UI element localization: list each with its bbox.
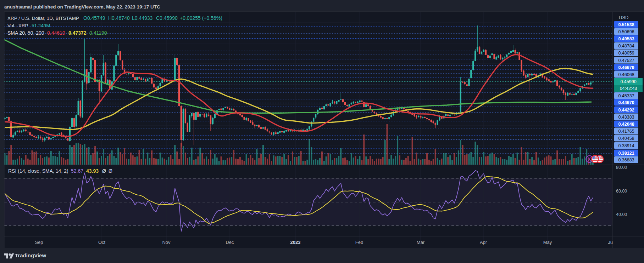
svg-text:+0.00255 (+0.56%): +0.00255 (+0.56%) <box>180 15 222 21</box>
svg-text:2023: 2023 <box>290 240 301 245</box>
svg-text:C0.45990: C0.45990 <box>156 15 178 21</box>
svg-text:Sep: Sep <box>35 240 43 245</box>
svg-text:Dec: Dec <box>226 240 234 245</box>
svg-text:0.45990: 0.45990 <box>620 79 636 84</box>
svg-text:51.249M: 51.249M <box>32 23 50 28</box>
svg-text:O0.45749: O0.45749 <box>83 15 105 21</box>
svg-text:0.38914: 0.38914 <box>618 143 634 148</box>
svg-text:0.51538: 0.51538 <box>618 22 634 27</box>
svg-text:H0.46740: H0.46740 <box>108 15 130 21</box>
svg-text:0.47527: 0.47527 <box>618 58 634 63</box>
svg-text:0.44610: 0.44610 <box>47 30 65 36</box>
svg-text:Ø: Ø <box>102 168 106 174</box>
svg-text:Nov: Nov <box>162 240 171 245</box>
svg-text:52.67: 52.67 <box>71 168 83 174</box>
svg-text:80.00: 80.00 <box>616 165 627 170</box>
svg-text:XRP / U.S. Dollar, 1D, BITSTAM: XRP / U.S. Dollar, 1D, BITSTAMP <box>7 16 79 21</box>
svg-text:0.48784: 0.48784 <box>618 44 634 48</box>
svg-text:SMA 20, 50, 200: SMA 20, 50, 200 <box>7 30 44 36</box>
svg-text:43.93: 43.93 <box>86 168 99 174</box>
svg-text:0.47372: 0.47372 <box>68 30 87 36</box>
svg-text:May: May <box>543 240 552 245</box>
svg-text:0.49583: 0.49583 <box>618 36 634 41</box>
svg-text:Vol · XRP: Vol · XRP <box>7 23 28 28</box>
svg-text:0.46679: 0.46679 <box>618 65 634 70</box>
svg-text:TradingView: TradingView <box>15 252 46 258</box>
svg-text:0.40458: 0.40458 <box>618 136 634 141</box>
svg-text:anushsamal published on Tradin: anushsamal published on TradingView.com,… <box>4 4 160 10</box>
svg-text:0.36883: 0.36883 <box>618 158 634 162</box>
svg-text:0.50696: 0.50696 <box>618 29 634 34</box>
svg-text:0.43383: 0.43383 <box>618 115 634 120</box>
svg-text:RSI (14, close, SMA, 14, 2): RSI (14, close, SMA, 14, 2) <box>8 168 68 174</box>
svg-text:0.44670: 0.44670 <box>618 100 634 105</box>
svg-text:60.00: 60.00 <box>616 189 627 194</box>
svg-text:Ø: Ø <box>109 168 112 174</box>
svg-text:L0.44933: L0.44933 <box>132 15 153 21</box>
svg-text:Mar: Mar <box>417 240 425 245</box>
svg-text:Oct: Oct <box>98 240 106 245</box>
svg-text:0.41765: 0.41765 <box>618 129 634 134</box>
svg-text:0.42048: 0.42048 <box>618 122 634 127</box>
svg-text:Apr: Apr <box>480 240 487 245</box>
svg-text:04:42:43: 04:42:43 <box>620 86 637 91</box>
svg-text:0.45337: 0.45337 <box>618 93 634 98</box>
svg-text:0.46068: 0.46068 <box>618 72 634 77</box>
svg-text:40.00: 40.00 <box>616 212 627 217</box>
svg-text:0.44292: 0.44292 <box>618 108 634 113</box>
svg-text:Feb: Feb <box>355 240 363 245</box>
svg-text:0.38121: 0.38121 <box>618 151 634 156</box>
svg-text:USD: USD <box>619 15 628 20</box>
svg-text:0.41190: 0.41190 <box>89 30 107 36</box>
svg-text:0.48059: 0.48059 <box>618 51 634 56</box>
svg-text:Ju: Ju <box>608 240 613 245</box>
